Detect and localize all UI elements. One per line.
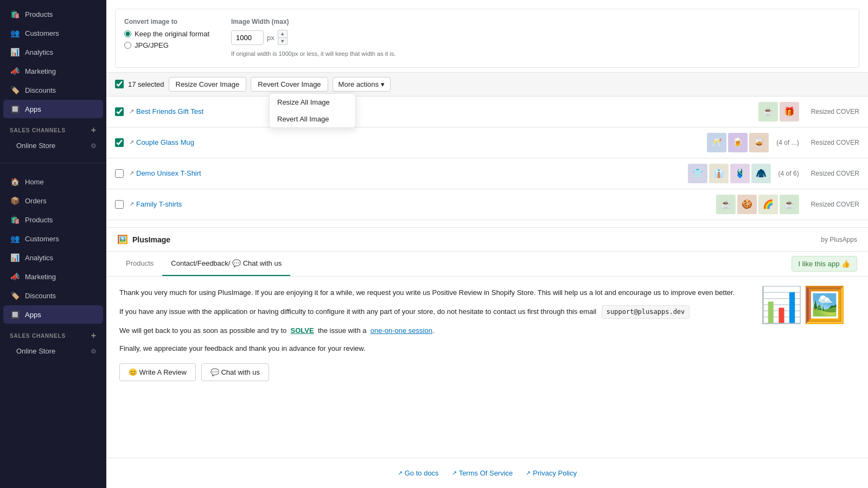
sidebar-item-discounts-label: Discounts <box>25 86 56 94</box>
product-images-3: ☕ 🍪 🌈 ☕ <box>716 195 799 214</box>
product-thumb-0-1: 🎁 <box>780 102 799 121</box>
product-checkbox-3[interactable] <box>115 200 124 209</box>
analytics2-icon: 📊 <box>10 253 20 262</box>
discounts2-icon: 🏷️ <box>10 291 20 300</box>
sidebar-item-discounts2-label: Discounts <box>25 292 56 300</box>
sidebar-item-orders-label: Orders <box>25 197 47 205</box>
chat-button[interactable]: 💬 Chat with us <box>201 363 269 381</box>
product-link-3[interactable]: ↗ Family T-shirts <box>129 200 238 208</box>
terms-link[interactable]: ↗ Terms Of Service <box>452 469 513 477</box>
width-input[interactable] <box>231 30 264 45</box>
sidebar-item-analytics2[interactable]: 📊 Analytics <box>3 248 103 267</box>
app-name: PlusImage <box>132 235 170 244</box>
tab-contact[interactable]: Contact/Feedback/ 💬 Chat with us <box>162 252 290 276</box>
sidebar-item-products2[interactable]: 🛍️ Products <box>3 210 103 229</box>
footer-links: ↗ Go to docs ↗ Terms Of Service ↗ Privac… <box>106 458 868 488</box>
sidebar-item-marketing2-label: Marketing <box>25 273 56 281</box>
width-label: Image Width (max) <box>231 18 395 25</box>
like-button-label: I like this app 👍 <box>799 260 851 268</box>
product-link-0[interactable]: ↗ Best Friends Gift Test <box>129 107 238 115</box>
product-thumb-2-3: 🧥 <box>751 164 771 183</box>
revert-cover-button[interactable]: Revert Cover Image <box>251 77 328 92</box>
sidebar-item-discounts[interactable]: 🏷️ Discounts <box>3 81 103 99</box>
action-buttons: 😊 Write A Review 💬 Chat with us <box>119 363 855 381</box>
sidebar-item-customers-label: Customers <box>25 29 59 37</box>
product-link-1[interactable]: ↗ Couple Glass Mug <box>129 138 238 146</box>
sidebar-top: 🛍️ Products 👥 Customers 📊 Analytics 📣 Ma… <box>0 0 106 488</box>
width-stepper: ▲ ▼ <box>278 30 288 45</box>
more-actions-dropdown: Resize All Image Revert All Image <box>269 93 356 128</box>
width-settings-group: Image Width (max) px ▲ ▼ If original wid… <box>231 18 395 59</box>
product-checkbox-1[interactable] <box>115 138 124 147</box>
product-checkbox-0[interactable] <box>115 107 124 116</box>
resized-badge-2: Resized COVER <box>811 170 859 177</box>
product-thumb-1-1: 🍺 <box>728 133 748 152</box>
write-review-label: 😊 Write A Review <box>129 368 187 376</box>
product-thumb-3-1: 🍪 <box>737 195 757 214</box>
write-review-button[interactable]: 😊 Write A Review <box>119 363 196 381</box>
external-link-icon-privacy: ↗ <box>526 470 531 477</box>
sidebar-item-apps-label: Apps <box>25 105 41 113</box>
product-name-0: Best Friends Gift Test <box>136 107 203 115</box>
sidebar-item-products[interactable]: 🛍️ Products <box>3 5 103 23</box>
sidebar-item-analytics[interactable]: 📊 Analytics <box>3 43 103 61</box>
stepper-up-button[interactable]: ▲ <box>278 30 288 37</box>
contact-para2: If you have any issue with the applicati… <box>119 305 855 319</box>
sidebar-item-online-store2[interactable]: Online Store ⚙ <box>3 343 103 359</box>
product-thumb-3-3: ☕ <box>780 195 799 214</box>
table-row: ↗ Best Friends Gift Test ☕ 🎁 Resized COV… <box>106 97 868 127</box>
revert-all-option[interactable]: Revert All Image <box>270 111 355 127</box>
sidebar-item-apps2-label: Apps <box>25 311 41 319</box>
one-on-one-link[interactable]: one-on-one session <box>371 326 432 335</box>
tab-products[interactable]: Products <box>117 252 162 276</box>
contact-para3-end: . <box>432 326 435 335</box>
sidebar-item-apps2[interactable]: 🔲 Apps <box>3 305 103 324</box>
orders-icon: 📦 <box>10 196 20 206</box>
radio-jpg-input[interactable] <box>124 42 131 49</box>
product-list: ↗ Best Friends Gift Test ☕ 🎁 Resized COV… <box>106 97 868 228</box>
sidebar-item-customers[interactable]: 👥 Customers <box>3 24 103 42</box>
add-sales-channel-icon2[interactable]: + <box>91 331 97 341</box>
online-store-settings-icon2[interactable]: ⚙ <box>91 348 97 355</box>
chat-label: 💬 Chat with us <box>210 368 260 376</box>
add-sales-channel-icon[interactable]: + <box>91 125 97 135</box>
sidebar-item-home[interactable]: 🏠 Home <box>3 172 103 191</box>
marketing-icon: 📣 <box>10 66 20 76</box>
privacy-link[interactable]: ↗ Privacy Policy <box>526 469 577 477</box>
sidebar-item-online-store[interactable]: Online Store ⚙ <box>3 138 103 153</box>
sidebar-item-marketing2[interactable]: 📣 Marketing <box>3 267 103 286</box>
by-label: by PlusApps <box>821 236 857 243</box>
apps-icon: 🔲 <box>10 104 20 114</box>
footer-privacy-label: Privacy Policy <box>533 469 577 477</box>
sidebar-item-discounts2[interactable]: 🏷️ Discounts <box>3 286 103 305</box>
image-settings-panel: Convert image to Keep the original forma… <box>115 9 859 68</box>
resized-badge-1: Resized COVER <box>811 139 859 146</box>
radio-original-format[interactable]: Keep the original format <box>124 30 209 38</box>
product-images-1: 🥂 🍺 🥃 <box>707 133 769 152</box>
product-checkbox-2[interactable] <box>115 169 124 178</box>
like-button[interactable]: I like this app 👍 <box>792 256 858 272</box>
go-to-docs-link[interactable]: ↗ Go to docs <box>398 469 439 477</box>
select-all-checkbox[interactable] <box>115 80 124 88</box>
product-thumb-1-2: 🥃 <box>749 133 769 152</box>
radio-original-input[interactable] <box>124 30 131 37</box>
email-badge: support@plusapps.dev <box>602 305 690 319</box>
solve-link[interactable]: SOLVE <box>291 326 314 335</box>
resize-all-option[interactable]: Resize All Image <box>270 94 355 111</box>
app-logo-icon: 🖼️ <box>117 234 128 245</box>
stepper-down-button[interactable]: ▼ <box>278 37 288 45</box>
more-actions-button[interactable]: More actions ▾ <box>333 77 391 92</box>
product-link-2[interactable]: ↗ Demo Unisex T-Shirt <box>129 169 238 177</box>
sidebar-item-marketing[interactable]: 📣 Marketing <box>3 62 103 80</box>
radio-jpg-format[interactable]: JPG/JPEG <box>124 41 209 49</box>
sidebar-item-apps[interactable]: 🔲 Apps <box>3 100 103 118</box>
app-header: 🖼️ PlusImage by PlusApps <box>106 228 868 252</box>
sidebar-item-home-label: Home <box>25 178 44 186</box>
apps2-icon: 🔲 <box>10 310 20 319</box>
sidebar-item-customers2[interactable]: 👥 Customers <box>3 229 103 248</box>
sidebar-item-orders[interactable]: 📦 Orders <box>3 191 103 210</box>
contact-para1: Thank you very much for using PlusImage.… <box>119 287 855 299</box>
img-count-2: (4 of 6) <box>778 170 799 177</box>
online-store-settings-icon[interactable]: ⚙ <box>91 142 97 150</box>
resize-cover-button[interactable]: Resize Cover Image <box>169 77 247 92</box>
